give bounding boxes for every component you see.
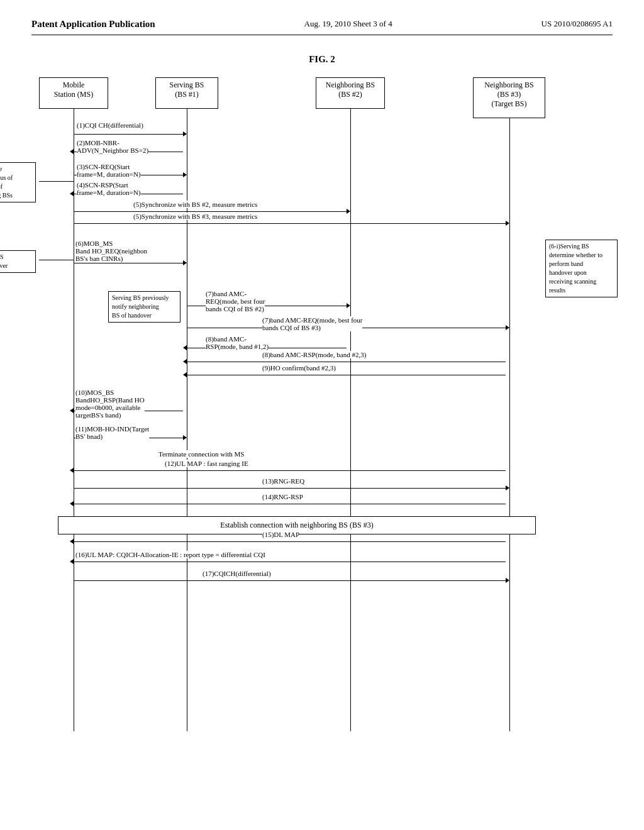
- arrow-s13: [74, 488, 506, 489]
- page: Patent Application Publication Aug. 19, …: [0, 0, 644, 830]
- diagram: MobileStation (MS) Serving BS(BS #1) Nei…: [39, 77, 605, 738]
- label-s7a: (7)band AMC-REQ(mode, best fourbands CQI…: [206, 290, 265, 313]
- connect-init-note: [39, 260, 74, 260]
- label-s5b: (5)Synchronize with BS #3, measure metri…: [133, 213, 257, 220]
- arrow-s5b: [74, 223, 506, 224]
- label-s3: (3)SCN-REQ(Startframe=M, duration=N): [77, 163, 141, 178]
- arrow-s17: [74, 580, 506, 581]
- label-s2: (2)MOB-NBR-ADV(N_Neighbor BS=2): [77, 139, 148, 154]
- col-ms: MobileStation (MS): [39, 77, 108, 109]
- label-s16: (16)UL MAP: CQICH-Allocation-IE : report…: [75, 551, 265, 558]
- arrow-s1: [74, 134, 183, 135]
- arrow-s16: [74, 562, 506, 562]
- label-s15: (15)DL MAP: [262, 531, 299, 538]
- label-s11t: Terminate connection with MS: [158, 450, 244, 458]
- connect-ms-note: [39, 181, 74, 182]
- arrow-s15: [74, 541, 506, 542]
- label-s4: (4)SCN-RSP(Startframe=M, duration=N): [77, 181, 141, 196]
- label-s12: (12)UL MAP : fast ranging IE: [165, 460, 248, 467]
- label-s13: (13)RNG-REQ: [262, 477, 304, 485]
- arrow-s5a: [74, 211, 347, 212]
- vline-ms: [74, 109, 74, 731]
- label-s6: (6)MOB_MSBand HO_REQ(neighbonBS's ban CI…: [75, 240, 147, 262]
- note-determine: (6-i)Serving BSdetermine whether toperfo…: [545, 240, 618, 297]
- label-s8b: (8)band AMC-RSP(mode, band #2,3): [262, 351, 366, 358]
- arrow-s14: [74, 504, 506, 504]
- label-s9: (9)HO confirm(band #2,3): [262, 364, 336, 372]
- label-s8a: (8)band AMC-RSP(mode, band #1,2): [206, 335, 269, 350]
- label-s7b: (7)band AMC-REQ(mode, best fourbands CQI…: [262, 316, 362, 331]
- patent-title: Patent Application Publication: [31, 19, 155, 30]
- label-s14: (14)RNG-RSP: [262, 493, 303, 501]
- arrow-s6: [74, 263, 183, 263]
- col-serving-bs: Serving BS(BS #1): [155, 77, 218, 109]
- header-patent-number: US 2010/0208695 A1: [541, 19, 613, 29]
- vline-bs3: [509, 118, 510, 731]
- arrow-s9: [187, 375, 506, 375]
- page-header: Patent Application Publication Aug. 19, …: [31, 19, 613, 35]
- figure-title: FIG. 2: [31, 54, 613, 65]
- label-s17: (17)CQICH(differential): [203, 570, 271, 577]
- note-init-ms: Initialize MSband handover: [0, 250, 36, 273]
- header-date-sheet: Aug. 19, 2010 Sheet 3 of 4: [304, 19, 392, 29]
- note-ms-measure: MS measurechannel status ofeach band ofn…: [0, 162, 36, 202]
- vline-bs2: [350, 109, 351, 731]
- col-neighboring-bs3: Neighboring BS(BS #3)(Target BS): [473, 77, 545, 118]
- label-s11: (11)MOB-HO-IND(TargetBS' bnad): [75, 425, 149, 440]
- label-s1: (1)CQI CH(differential): [77, 121, 143, 129]
- label-s10: (10)MOS_BSBandHO_RSP(Band HOmode=0b000, …: [75, 389, 145, 419]
- arrow-s12: [74, 470, 506, 471]
- col-neighboring-bs2: Neighboring BS(BS #2): [316, 77, 385, 109]
- note-serving-notify: Serving BS previouslynotify neighboringB…: [108, 291, 180, 323]
- label-s5a: (5)Synchronize with BS #2, measure metri…: [133, 201, 257, 208]
- arrow-s8b: [187, 362, 506, 362]
